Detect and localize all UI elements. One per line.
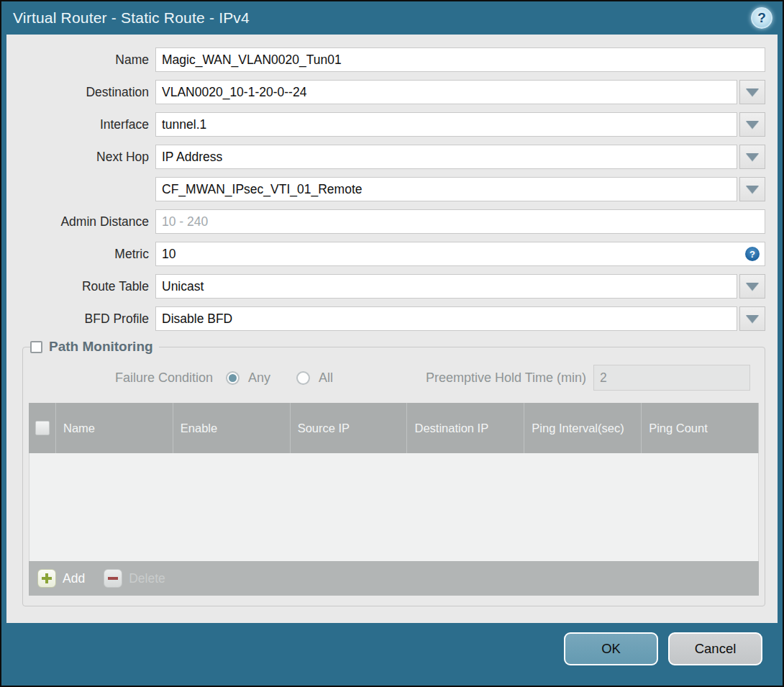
path-monitoring-section: Path Monitoring Failure Condition Any Al… bbox=[22, 339, 765, 606]
failure-condition-label: Failure Condition bbox=[115, 370, 213, 386]
preemptive-hold-time-group: Preemptive Hold Time (min) bbox=[426, 365, 750, 391]
route-table-label: Route Table bbox=[22, 279, 149, 294]
next-hop-address-row bbox=[22, 177, 765, 201]
dialog-content: Name Destination Interface bbox=[6, 35, 778, 623]
interface-label: Interface bbox=[22, 117, 149, 132]
chevron-down-icon bbox=[746, 88, 759, 96]
next-hop-address-input[interactable] bbox=[155, 177, 737, 201]
minus-icon bbox=[104, 569, 122, 588]
cancel-button[interactable]: Cancel bbox=[668, 632, 762, 665]
radio-any[interactable]: Any bbox=[226, 370, 270, 386]
interface-dropdown-button[interactable] bbox=[739, 112, 765, 137]
interface-row: Interface bbox=[22, 112, 765, 137]
name-input[interactable] bbox=[155, 47, 765, 72]
route-table-dropdown-button[interactable] bbox=[739, 274, 765, 299]
column-header-destination-ip: Destination IP bbox=[407, 403, 524, 453]
radio-circle-icon bbox=[296, 371, 310, 385]
bfd-profile-label: BFD Profile bbox=[22, 311, 149, 327]
dialog-footer: OK Cancel bbox=[1, 623, 783, 686]
destination-label: Destination bbox=[22, 85, 149, 100]
path-monitoring-title: Path Monitoring bbox=[49, 339, 153, 355]
admin-distance-input[interactable] bbox=[155, 209, 765, 234]
next-hop-row: Next Hop bbox=[22, 145, 765, 169]
select-all-checkbox[interactable] bbox=[35, 421, 50, 435]
failure-condition-radio-group: Any All bbox=[213, 370, 333, 386]
table-body-empty bbox=[29, 453, 759, 561]
destination-row: Destination bbox=[22, 80, 765, 104]
dialog-titlebar: Virtual Router - Static Route - IPv4 ? bbox=[1, 1, 783, 35]
radio-all-label: All bbox=[319, 370, 333, 386]
name-row: Name bbox=[22, 47, 765, 72]
destination-dropdown-button[interactable] bbox=[739, 80, 765, 104]
route-table-row: Route Table bbox=[22, 274, 765, 299]
path-monitoring-legend: Path Monitoring bbox=[30, 339, 159, 355]
metric-input[interactable] bbox=[155, 242, 765, 266]
delete-button-label: Delete bbox=[129, 571, 165, 586]
column-header-ping-interval: Ping Interval(sec) bbox=[524, 403, 642, 453]
path-monitoring-checkbox[interactable] bbox=[30, 341, 42, 353]
failure-condition-row: Failure Condition Any All Preemptive Hol… bbox=[37, 365, 750, 391]
bfd-profile-dropdown-button[interactable] bbox=[739, 306, 765, 331]
admin-distance-label: Admin Distance bbox=[22, 214, 149, 229]
column-header-ping-count: Ping Count bbox=[642, 403, 759, 453]
interface-input[interactable] bbox=[155, 112, 737, 137]
column-header-source-ip: Source IP bbox=[291, 403, 408, 453]
help-icon[interactable]: ? bbox=[751, 7, 772, 29]
ok-button[interactable]: OK bbox=[564, 632, 658, 665]
chevron-down-icon bbox=[746, 121, 759, 129]
table-header-checkbox-cell bbox=[29, 403, 56, 453]
table-footer: Add Delete bbox=[29, 561, 759, 596]
chevron-down-icon bbox=[746, 186, 759, 194]
name-label: Name bbox=[22, 53, 149, 68]
add-button-label: Add bbox=[63, 571, 85, 586]
static-route-dialog: Virtual Router - Static Route - IPv4 ? N… bbox=[0, 0, 784, 687]
bfd-profile-row: BFD Profile bbox=[22, 306, 765, 331]
next-hop-type-input[interactable] bbox=[155, 145, 737, 169]
destination-input[interactable] bbox=[155, 80, 737, 104]
next-hop-address-dropdown-button[interactable] bbox=[739, 177, 765, 201]
dialog-title: Virtual Router - Static Route - IPv4 bbox=[13, 9, 250, 27]
route-table-input[interactable] bbox=[155, 274, 737, 299]
preemptive-hold-time-input[interactable] bbox=[593, 365, 750, 391]
radio-all[interactable]: All bbox=[296, 370, 333, 386]
table-header: Name Enable Source IP Destination IP Pin… bbox=[29, 403, 759, 453]
chevron-down-icon bbox=[746, 283, 759, 291]
radio-any-label: Any bbox=[248, 370, 270, 386]
metric-label: Metric bbox=[22, 247, 149, 262]
column-header-enable: Enable bbox=[173, 403, 291, 453]
next-hop-type-dropdown-button[interactable] bbox=[739, 145, 765, 169]
next-hop-label: Next Hop bbox=[22, 150, 149, 165]
column-header-name: Name bbox=[56, 403, 173, 453]
chevron-down-icon bbox=[746, 315, 759, 323]
bfd-profile-input[interactable] bbox=[155, 306, 737, 331]
preemptive-hold-time-label: Preemptive Hold Time (min) bbox=[426, 370, 586, 386]
admin-distance-row: Admin Distance bbox=[22, 209, 765, 234]
chevron-down-icon bbox=[746, 153, 759, 161]
info-icon[interactable]: ? bbox=[745, 247, 760, 261]
radio-circle-icon bbox=[226, 371, 240, 385]
delete-button[interactable]: Delete bbox=[104, 569, 165, 588]
plus-icon bbox=[37, 569, 56, 588]
path-monitoring-table: Name Enable Source IP Destination IP Pin… bbox=[29, 403, 759, 596]
metric-row: Metric ? bbox=[22, 242, 765, 266]
add-button[interactable]: Add bbox=[37, 569, 85, 588]
